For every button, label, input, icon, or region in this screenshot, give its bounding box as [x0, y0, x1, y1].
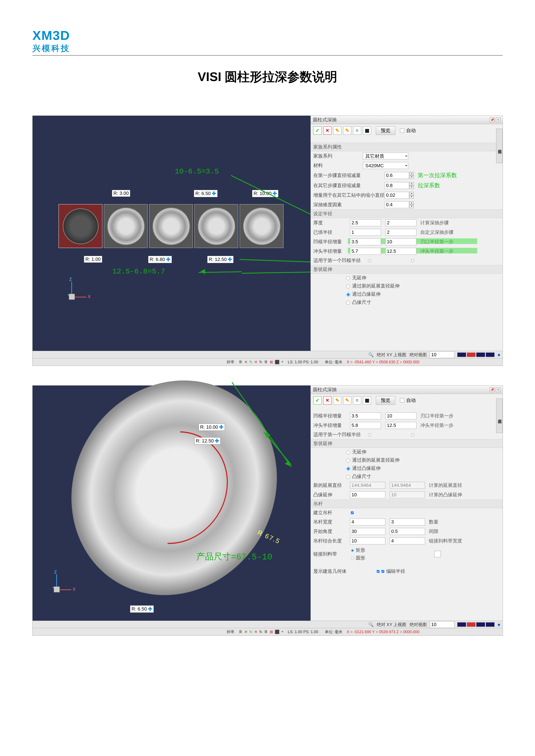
radio-newdiam[interactable] [346, 284, 350, 288]
tag2-r650: R: 6.50✚ [130, 606, 154, 613]
pin-icon[interactable]: 📌 [490, 118, 494, 122]
tag-r680: R: 6.80✚ [148, 256, 172, 263]
tag-r650: R: 6.50✚ [194, 190, 217, 197]
logo-line2: 兴模科技 [32, 43, 503, 54]
annot-eq1: 10-6.5=3.5 [175, 168, 219, 176]
cancel-button[interactable]: ✕ [323, 126, 331, 135]
note-first-coef: 第一次拉深系数 [418, 172, 457, 179]
screenshot-1: R: 3.00 R: 6.50✚ R: 10.00✚ R: 1.00 R: 6.… [32, 116, 503, 366]
viewport-2[interactable]: R: 10.00✚ R: 12.50✚ R: 6.50✚ R 67.5 产品尺寸… [33, 386, 311, 621]
status-lower-2: 捽率 🗎✕↻✕↻🗎⊠⬛+ LS: 1.00 PS: 1.00 单位: 毫米 X … [33, 628, 503, 635]
tag2-r1250: R: 12.50✚ [194, 437, 221, 445]
auto-checkbox[interactable]: 自动 [399, 127, 416, 134]
family-select[interactable]: 其它材质 [363, 152, 408, 159]
axis-gizmo-2[interactable]: ZX [45, 574, 71, 600]
tool-icon-2[interactable]: ✎ [343, 126, 351, 135]
preview-button[interactable]: 预览 [376, 126, 395, 135]
material-select[interactable]: S420MC [363, 162, 408, 169]
status-upper-2: 🔍绝对 XY 上视图绝对视图 ● [33, 621, 503, 628]
tool-icon-1[interactable]: ✎ [333, 126, 341, 135]
doc-title: VISI 圆柱形拉深参数说明 [32, 68, 503, 85]
radio-flange[interactable] [346, 293, 350, 297]
section-properties: 家族系列属性 [311, 143, 503, 151]
build-hanger-checkbox[interactable] [351, 511, 354, 514]
link-circ-radio[interactable] [351, 557, 354, 560]
side-tab[interactable]: 属性面板 [496, 129, 503, 163]
tag-r1250: R: 12.50✚ [207, 256, 234, 263]
tool-icon-4[interactable]: ▦ [363, 126, 371, 135]
panel-2: 圆柱式深抽📌× ✓ ✕ ✎ ✎ ≡ ▦ 预览 自动 凹模半径增量刃口半径第一步 … [311, 386, 503, 621]
radio-flangesize[interactable] [346, 301, 350, 305]
section-radius: 设定半径 [311, 209, 503, 218]
tag2-r1000: R: 10.00✚ [199, 423, 225, 431]
first-reduce-input[interactable] [384, 172, 409, 179]
tool-icon-3[interactable]: ≡ [353, 126, 361, 135]
apply-first-die-checkbox[interactable] [368, 259, 371, 262]
viewport-1[interactable]: R: 3.00 R: 6.50✚ R: 10.00✚ R: 1.00 R: 6.… [33, 116, 311, 351]
ok-button-2[interactable]: ✓ [313, 396, 322, 405]
annot-product-size: 产品尺寸=67.5-10 [196, 551, 272, 562]
axis-gizmo[interactable]: ZX [61, 282, 86, 308]
panel-title-1: 圆柱式深抽 📌× [311, 116, 503, 124]
note-deep-coef: 拉深系数 [418, 182, 440, 189]
close-icon[interactable]: × [496, 118, 500, 122]
ok-button[interactable]: ✓ [313, 126, 322, 135]
link-rect-radio[interactable] [351, 549, 354, 552]
brand-logo: XM3D 兴模科技 [32, 28, 503, 56]
screenshot-2: R: 10.00✚ R: 12.50✚ R: 6.50✚ R 67.5 产品尺寸… [32, 385, 503, 636]
logo-line1: XM3D [32, 28, 503, 43]
other-reduce-input[interactable] [384, 182, 409, 189]
panel-1: 圆柱式深抽 📌× ✓ ✕ ✎ ✎ ≡ ▦ 预览 自动 家族系列属性 家族系列其它… [311, 116, 503, 351]
radio-none[interactable] [346, 276, 350, 280]
panel-toolbar: ✓ ✕ ✎ ✎ ≡ ▦ 预览 自动 [311, 124, 503, 137]
annot-eq2: 12.5-6.8=5.7 [112, 267, 165, 276]
section-extend: 形状延伸 [311, 265, 503, 274]
tag-r100: R: 1.00 [84, 256, 102, 263]
cancel-button-2[interactable]: ✕ [323, 396, 331, 405]
tag-r300: R: 3.00 [112, 190, 130, 197]
